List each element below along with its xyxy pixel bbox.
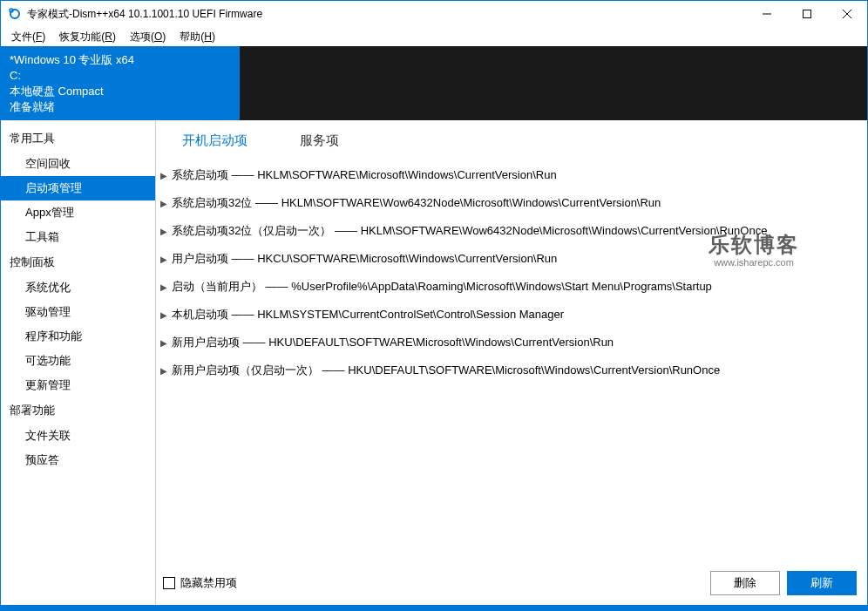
main-panel: 开机启动项服务项 ▶系统启动项 —— HKLM\SOFTWARE\Microso… <box>156 120 867 605</box>
window-controls <box>747 1 867 27</box>
startup-row-label: 系统启动项32位 —— HKLM\SOFTWARE\Wow6432Node\Mi… <box>172 195 661 211</box>
os-status: 准备就绪 <box>10 99 231 115</box>
sidebar-section-header: 部署功能 <box>1 397 155 424</box>
startup-row[interactable]: ▶用户启动项 —— HKCU\SOFTWARE\Microsoft\Window… <box>156 245 860 273</box>
status-strip <box>1 605 867 610</box>
sidebar: 常用工具空间回收启动项管理Appx管理工具箱控制面板系统优化驱动管理程序和功能可… <box>1 120 156 605</box>
footer-bar: 隐藏禁用项 删除 刷新 <box>156 561 867 605</box>
startup-row-label: 新用户启动项（仅启动一次） —— HKU\DEFAULT\SOFTWARE\Mi… <box>172 363 720 378</box>
chevron-right-icon: ▶ <box>156 171 172 180</box>
startup-row[interactable]: ▶系统启动项32位 —— HKLM\SOFTWARE\Wow6432Node\M… <box>156 189 860 217</box>
startup-row[interactable]: ▶系统启动项32位（仅启动一次） —— HKLM\SOFTWARE\Wow643… <box>156 217 860 245</box>
titlebar: 专家模式-Dism++x64 10.1.1001.10 UEFI Firmwar… <box>1 1 867 27</box>
sidebar-item[interactable]: 空间回收 <box>1 152 155 176</box>
chevron-right-icon: ▶ <box>156 310 172 320</box>
sidebar-section-header: 常用工具 <box>1 126 155 152</box>
startup-row-label: 用户启动项 —— HKCU\SOFTWARE\Microsoft\Windows… <box>172 251 557 267</box>
chevron-right-icon: ▶ <box>156 255 172 264</box>
startup-row[interactable]: ▶系统启动项 —— HKLM\SOFTWARE\Microsoft\Window… <box>156 161 860 189</box>
startup-list: ▶系统启动项 —— HKLM\SOFTWARE\Microsoft\Window… <box>156 161 867 561</box>
chevron-right-icon: ▶ <box>156 227 172 236</box>
sidebar-item[interactable]: 文件关联 <box>1 424 155 448</box>
startup-row[interactable]: ▶启动（当前用户） —— %UserProfile%\AppData\Roami… <box>156 273 860 301</box>
os-banner: *Windows 10 专业版 x64 C: 本地硬盘 Compact 准备就绪 <box>1 46 867 120</box>
hide-disabled-checkbox[interactable]: 隐藏禁用项 <box>163 575 237 591</box>
tab[interactable]: 开机启动项 <box>182 132 248 149</box>
menu-help[interactable]: 帮助(H) <box>173 28 222 46</box>
sidebar-item[interactable]: 更新管理 <box>1 373 155 397</box>
svg-point-0 <box>10 10 19 18</box>
delete-button[interactable]: 删除 <box>710 571 780 595</box>
chevron-right-icon: ▶ <box>156 366 172 376</box>
os-name: *Windows 10 专业版 x64 <box>10 52 231 68</box>
startup-row-label: 本机启动项 —— HKLM\SYSTEM\CurrentControlSet\C… <box>172 307 564 322</box>
sidebar-item[interactable]: 预应答 <box>1 448 155 472</box>
os-disk: 本地硬盘 Compact <box>10 84 231 99</box>
chevron-right-icon: ▶ <box>156 199 172 208</box>
menubar: 文件(F) 恢复功能(R) 选项(O) 帮助(H) <box>1 27 867 46</box>
content-area: 常用工具空间回收启动项管理Appx管理工具箱控制面板系统优化驱动管理程序和功能可… <box>1 120 867 605</box>
menu-recover[interactable]: 恢复功能(R) <box>52 28 123 46</box>
startup-row[interactable]: ▶新用户启动项（仅启动一次） —— HKU\DEFAULT\SOFTWARE\M… <box>156 356 860 384</box>
os-drive: C: <box>10 68 231 84</box>
app-icon <box>8 7 22 21</box>
startup-row-label: 新用户启动项 —— HKU\DEFAULT\SOFTWARE\Microsoft… <box>172 335 614 350</box>
os-info-panel[interactable]: *Windows 10 专业版 x64 C: 本地硬盘 Compact 准备就绪 <box>1 46 240 120</box>
tabs: 开机启动项服务项 <box>156 120 867 161</box>
sidebar-item[interactable]: 可选功能 <box>1 349 155 373</box>
refresh-button[interactable]: 刷新 <box>787 571 857 595</box>
startup-row[interactable]: ▶本机启动项 —— HKLM\SYSTEM\CurrentControlSet\… <box>156 301 860 329</box>
banner-dark-area <box>240 46 867 120</box>
minimize-button[interactable] <box>747 1 787 27</box>
checkbox-icon <box>163 577 175 589</box>
sidebar-section-header: 控制面板 <box>1 249 155 275</box>
startup-row-label: 启动（当前用户） —— %UserProfile%\AppData\Roamin… <box>172 279 712 295</box>
close-button[interactable] <box>827 1 867 27</box>
app-window: 专家模式-Dism++x64 10.1.1001.10 UEFI Firmwar… <box>0 0 868 611</box>
maximize-button[interactable] <box>787 1 827 27</box>
tab[interactable]: 服务项 <box>300 132 339 149</box>
hide-disabled-label: 隐藏禁用项 <box>180 575 237 591</box>
sidebar-item[interactable]: 启动项管理 <box>1 176 155 200</box>
startup-row-label: 系统启动项 —— HKLM\SOFTWARE\Microsoft\Windows… <box>172 167 557 183</box>
window-title: 专家模式-Dism++x64 10.1.1001.10 UEFI Firmwar… <box>27 7 262 22</box>
menu-file[interactable]: 文件(F) <box>4 28 52 46</box>
sidebar-item[interactable]: 工具箱 <box>1 225 155 249</box>
svg-rect-3 <box>804 10 811 18</box>
chevron-right-icon: ▶ <box>156 338 172 348</box>
chevron-right-icon: ▶ <box>156 282 172 292</box>
menu-options[interactable]: 选项(O) <box>123 28 173 46</box>
sidebar-item[interactable]: 驱动管理 <box>1 300 155 324</box>
startup-row-label: 系统启动项32位（仅启动一次） —— HKLM\SOFTWARE\Wow6432… <box>172 223 767 239</box>
sidebar-item[interactable]: 程序和功能 <box>1 324 155 349</box>
sidebar-item[interactable]: Appx管理 <box>1 200 155 225</box>
sidebar-item[interactable]: 系统优化 <box>1 275 155 300</box>
startup-row[interactable]: ▶新用户启动项 —— HKU\DEFAULT\SOFTWARE\Microsof… <box>156 329 860 356</box>
